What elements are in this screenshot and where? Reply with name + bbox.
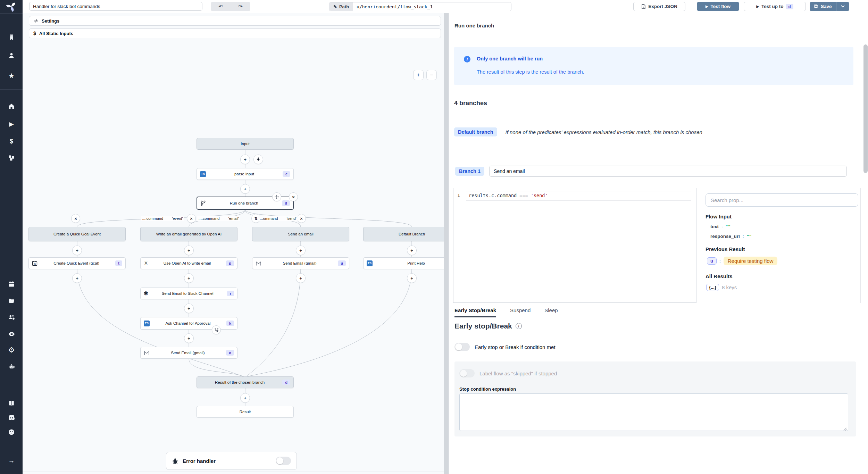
flow-node-parse_input[interactable]: TSparse inputc: [197, 168, 294, 180]
path-label[interactable]: ✎ Path: [329, 2, 353, 11]
scrollbar-thumb[interactable]: [863, 44, 868, 173]
default-branch-description: If none of the predicates' expressions e…: [506, 129, 702, 135]
user-icon: [8, 52, 15, 59]
add-step-button[interactable]: +: [407, 273, 417, 283]
search-prop-input[interactable]: [706, 193, 858, 207]
flow-node-st_gmail1[interactable]: Send Email (gmail)u: [252, 257, 349, 269]
export-json-button[interactable]: Export JSON: [633, 2, 685, 11]
add-step-button[interactable]: +: [240, 393, 250, 403]
sidebar-item-home[interactable]: [5, 99, 18, 113]
prop-row[interactable]: response_url:"": [710, 234, 752, 239]
save-dropdown-button[interactable]: [836, 2, 849, 11]
bug-icon: [172, 458, 178, 464]
panel-resizer[interactable]: [444, 13, 449, 474]
early-stop-heading: Early stop/Break i: [454, 322, 522, 330]
add-step-button[interactable]: +: [72, 246, 82, 255]
branch-summary-input[interactable]: [489, 166, 847, 177]
delete-step-button[interactable]: ×: [289, 192, 298, 201]
flow-node-st_approval[interactable]: TSAsk Channel for Approvalk: [140, 317, 237, 330]
early-stop-toggle[interactable]: [454, 343, 470, 351]
sidebar-item-folder[interactable]: [5, 294, 18, 308]
sidebar-item-calendar[interactable]: [5, 277, 18, 291]
flow-node-st_gmail2[interactable]: Send Email (gmail)o: [140, 347, 237, 359]
save-button[interactable]: Save: [810, 2, 836, 11]
delete-branch-button[interactable]: ×: [297, 214, 306, 223]
info-banner: i Only one branch will be run The result…: [454, 47, 853, 85]
flow-canvas-panel: Settings $ All Static Inputs: [23, 13, 444, 474]
node-label: Result: [200, 410, 290, 414]
tab-suspend[interactable]: Suspend: [510, 303, 531, 317]
flow-node-st_gcal[interactable]: 31Create Quick Event (gcal)t: [28, 257, 126, 269]
flow-node-bh_send[interactable]: Send an email: [252, 227, 349, 241]
add-step-button[interactable]: +: [296, 246, 306, 255]
path-input[interactable]: [353, 2, 511, 11]
sidebar-item-users-gear[interactable]: [5, 310, 18, 324]
divider: [860, 188, 861, 303]
flow-node-bh_gcal[interactable]: Create a Quick Gcal Event: [28, 227, 126, 241]
branch-condition-label[interactable]: ...ommand === 'send': [258, 216, 298, 221]
sidebar-item-arrow-right[interactable]: →: [5, 454, 18, 468]
sidebar-item-eye[interactable]: [5, 327, 18, 341]
test-up-to-button[interactable]: ▶ Test up to d: [744, 2, 806, 11]
predicate-code-editor[interactable]: 1 results.c.command === 'send': [453, 188, 696, 303]
discord-icon: [8, 415, 15, 421]
add-step-button[interactable]: +: [184, 333, 194, 343]
previous-result-row[interactable]: u : Require testing flow: [707, 257, 777, 265]
step-id-badge: u: [338, 260, 346, 266]
flow-title-input[interactable]: [29, 2, 202, 11]
branch-condition-label[interactable]: ....command === 'email': [197, 216, 240, 221]
flow-node-st_print[interactable]: TSPrint Help: [363, 257, 444, 269]
divider: [23, 472, 444, 472]
prop-row[interactable]: text:"": [710, 224, 731, 229]
sidebar-item-cubes[interactable]: [5, 151, 18, 165]
sidebar-item-github[interactable]: [5, 425, 18, 439]
windmill-logo-icon[interactable]: [5, 1, 18, 13]
trigger-bolt-button[interactable]: [253, 155, 263, 164]
flow-node-st_slack[interactable]: ✱Send Email to Slack Channelr: [140, 288, 237, 299]
delete-branch-button[interactable]: ×: [187, 214, 196, 223]
label-skipped-toggle[interactable]: [459, 369, 475, 377]
tab-sleep[interactable]: Sleep: [544, 303, 558, 317]
flow-node-bh_openai[interactable]: Write an email generated by Open AI: [140, 227, 237, 241]
redo-button[interactable]: ↷: [231, 2, 250, 11]
sidebar-item-play[interactable]: ▶: [5, 117, 18, 131]
flow-node-merge[interactable]: Result of the chosen branchd: [197, 376, 294, 388]
book-icon: [8, 400, 15, 407]
default-branch-row: Default branch If none of the predicates…: [454, 127, 702, 136]
all-results-row[interactable]: {...} 8 keys: [706, 284, 737, 291]
flow-node-st_openai[interactable]: ✳Use Open AI to write emailp: [140, 257, 237, 269]
add-step-button[interactable]: +: [184, 273, 194, 283]
test-flow-button[interactable]: ▶ Test flow: [697, 2, 739, 11]
step-id-badge: d: [282, 380, 290, 385]
error-handler-card[interactable]: Error handler: [166, 452, 297, 470]
path-field: ✎ Path: [329, 2, 511, 11]
stop-condition-textarea[interactable]: [459, 393, 848, 431]
add-step-button[interactable]: +: [296, 273, 306, 283]
add-step-button[interactable]: +: [407, 246, 417, 255]
flow-node-input[interactable]: Input: [197, 138, 294, 150]
move-step-button[interactable]: [272, 192, 281, 201]
error-handler-toggle[interactable]: [276, 457, 291, 465]
sidebar-item-book[interactable]: [5, 397, 18, 410]
sidebar-item-star[interactable]: ★: [5, 69, 18, 83]
add-step-button[interactable]: +: [240, 184, 250, 194]
zoom-in-button[interactable]: +: [413, 70, 424, 80]
add-step-button[interactable]: +: [184, 303, 194, 313]
zoom-out-button[interactable]: −: [426, 70, 437, 80]
add-step-button[interactable]: +: [72, 273, 82, 283]
delete-branch-button[interactable]: ×: [71, 214, 80, 223]
flow-node-result[interactable]: Result: [197, 406, 294, 418]
add-step-button[interactable]: +: [184, 246, 194, 255]
undo-button[interactable]: ↶: [211, 2, 231, 11]
add-step-button[interactable]: +: [240, 155, 250, 164]
branch-condition-label[interactable]: ....command === 'event': [141, 216, 184, 221]
sidebar-item-gear[interactable]: ⚙: [5, 343, 18, 357]
sidebar-item-user[interactable]: [5, 49, 18, 63]
sidebar-item-dollar[interactable]: $: [5, 134, 18, 148]
suspend-phone-button[interactable]: [212, 325, 221, 334]
sidebar-item-discord[interactable]: [5, 411, 18, 425]
sidebar-item-robot[interactable]: [5, 360, 18, 374]
flow-node-bh_default[interactable]: Default Branch: [363, 227, 444, 241]
tab-early-stop-break[interactable]: Early Stop/Break: [454, 303, 496, 317]
sidebar-item-building[interactable]: [5, 30, 18, 44]
